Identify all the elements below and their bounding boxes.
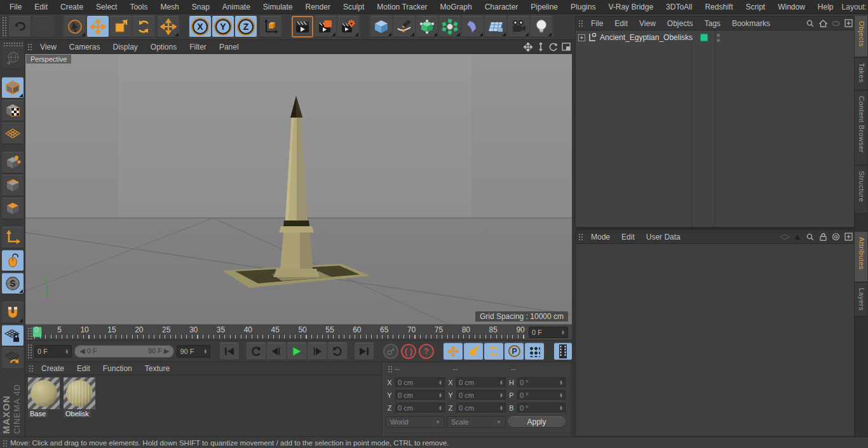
- om-add-panel-icon[interactable]: [843, 18, 854, 29]
- menu-3dtoall[interactable]: 3DToAll: [660, 1, 698, 13]
- record-parameter-button[interactable]: P: [505, 343, 524, 360]
- add-primitive-button[interactable]: [370, 16, 392, 37]
- position-z-field[interactable]: 0 cm▲▼: [395, 403, 445, 414]
- coordinates-menu-grip[interactable]: [387, 365, 393, 373]
- am-menu-mode[interactable]: Mode: [586, 231, 615, 243]
- menu-mograph[interactable]: MoGraph: [435, 1, 478, 13]
- om-menu-bookmarks[interactable]: Bookmarks: [727, 18, 775, 29]
- om-menu-view[interactable]: View: [634, 18, 661, 29]
- om-search-icon[interactable]: [804, 18, 816, 29]
- tab-takes[interactable]: Takes: [855, 58, 867, 91]
- range-end-arrow[interactable]: 90 F ▶: [148, 347, 170, 355]
- menu-redshift[interactable]: Redshift: [699, 1, 738, 13]
- vp-menu-display[interactable]: Display: [107, 41, 143, 53]
- am-menu-edit[interactable]: Edit: [616, 231, 640, 243]
- position-x-field[interactable]: 0 cm▲▼: [395, 377, 445, 388]
- lock-x-axis-button[interactable]: X: [189, 16, 211, 37]
- object-row[interactable]: + Ancient_Egyptian_Obelisks: [576, 31, 854, 44]
- menu-select[interactable]: Select: [90, 1, 123, 13]
- texture-mode-button[interactable]: [2, 100, 24, 121]
- last-used-tool-button[interactable]: [158, 16, 179, 37]
- tab-content-browser[interactable]: Content Browser: [855, 91, 867, 166]
- model-mode-button[interactable]: [2, 77, 24, 98]
- timeline-filmstrip-button[interactable]: [554, 343, 572, 360]
- transform-mode-select[interactable]: Scale▼: [447, 416, 506, 428]
- menu-vray-bridge[interactable]: V-Ray Bridge: [602, 1, 659, 13]
- lock-workplane-button[interactable]: [2, 325, 24, 346]
- scale-x-field[interactable]: 0 cm▲▼: [456, 377, 506, 388]
- mat-menu-texture[interactable]: Texture: [139, 363, 175, 374]
- render-to-picture-viewer-button[interactable]: [315, 16, 336, 37]
- am-menu-userdata[interactable]: User Data: [641, 231, 686, 243]
- goto-end-button[interactable]: [355, 343, 374, 360]
- add-spline-button[interactable]: [393, 16, 415, 37]
- lock-y-axis-button[interactable]: Y: [212, 16, 234, 37]
- mat-menu-create[interactable]: Create: [36, 363, 70, 374]
- scale-z-field[interactable]: 0 cm▲▼: [456, 403, 506, 414]
- viewport-dolly-icon[interactable]: [535, 42, 546, 52]
- range-start-arrow[interactable]: ◀ 0 F: [79, 347, 97, 355]
- om-menu-file[interactable]: File: [586, 18, 608, 29]
- material-menu-grip[interactable]: [28, 364, 34, 372]
- play-button[interactable]: [287, 343, 306, 360]
- record-rotation-button[interactable]: [484, 343, 503, 360]
- snap-settings-button[interactable]: S: [2, 273, 24, 294]
- om-menu-edit[interactable]: Edit: [609, 18, 633, 29]
- viewport-rotate-icon[interactable]: [548, 42, 559, 52]
- next-key-button[interactable]: [328, 343, 347, 360]
- tab-structure[interactable]: Structure: [855, 166, 867, 214]
- coordinate-system-select[interactable]: World▼: [386, 416, 445, 428]
- menu-tools[interactable]: Tools: [124, 1, 153, 13]
- menu-render[interactable]: Render: [300, 1, 336, 13]
- vp-menu-view[interactable]: View: [34, 41, 62, 53]
- am-lock-icon[interactable]: [817, 232, 829, 242]
- timeline-ruler[interactable]: 051015202530354045505560657075808590 0 F…: [25, 324, 572, 341]
- polygons-mode-button[interactable]: [2, 198, 24, 219]
- autokey-button[interactable]: ( ): [401, 344, 416, 359]
- add-mograph-button[interactable]: [439, 16, 461, 37]
- preview-range-slider[interactable]: ◀ 0 F 90 F ▶: [74, 345, 174, 358]
- null-object-icon[interactable]: [587, 32, 597, 43]
- add-environment-button[interactable]: [485, 16, 506, 37]
- add-camera-button[interactable]: [508, 16, 529, 37]
- rotate-tool-button[interactable]: [133, 16, 154, 37]
- menu-motion-tracker[interactable]: Motion Tracker: [371, 1, 433, 13]
- viewport-toggle-layout-icon[interactable]: [560, 42, 572, 52]
- menu-script[interactable]: Script: [740, 1, 771, 13]
- rotation-b-field[interactable]: 0 °▲▼: [517, 403, 566, 414]
- end-frame-field[interactable]: 90 F ▲▼: [177, 345, 210, 358]
- expand-icon[interactable]: +: [578, 34, 585, 41]
- menu-edit[interactable]: Edit: [29, 1, 53, 13]
- add-deformer-button[interactable]: [462, 16, 484, 37]
- toolbar-grip[interactable]: [1, 16, 8, 37]
- menu-pipeline[interactable]: Pipeline: [525, 1, 564, 13]
- mat-menu-function[interactable]: Function: [97, 363, 138, 374]
- apply-button[interactable]: Apply: [508, 416, 566, 428]
- om-menu-tags[interactable]: Tags: [700, 18, 726, 29]
- vp-menu-panel[interactable]: Panel: [214, 41, 245, 53]
- vp-menu-filter[interactable]: Filter: [184, 41, 212, 53]
- stepper-icon[interactable]: ▲▼: [65, 349, 69, 354]
- workplane-mode-button[interactable]: [2, 123, 24, 144]
- rotation-h-field[interactable]: 0 °▲▼: [517, 377, 566, 388]
- redo-button[interactable]: [32, 16, 54, 37]
- record-key-button[interactable]: [383, 344, 398, 359]
- menu-plugins[interactable]: Plugins: [565, 1, 601, 13]
- scale-tool-button[interactable]: [110, 16, 132, 37]
- add-light-button[interactable]: [531, 16, 552, 37]
- om-eye-icon[interactable]: [830, 18, 841, 29]
- lock-z-axis-button[interactable]: Z: [235, 16, 257, 37]
- vp-menu-options[interactable]: Options: [145, 41, 182, 53]
- visibility-dots[interactable]: [717, 34, 720, 42]
- menu-animate[interactable]: Animate: [217, 1, 256, 13]
- object-name[interactable]: Ancient_Egyptian_Obelisks: [600, 33, 693, 42]
- coordinate-system-button[interactable]: [260, 16, 281, 37]
- timeline-frame-field[interactable]: 0 F ▲▼: [529, 327, 568, 338]
- goto-start-button[interactable]: [220, 343, 239, 360]
- mode-toolbar-grip[interactable]: [3, 41, 23, 46]
- material-tag-chip[interactable]: [700, 34, 708, 41]
- viewport-solo-button[interactable]: [2, 250, 24, 271]
- snap-magnet-button[interactable]: [2, 302, 24, 323]
- tab-layers[interactable]: Layers: [855, 283, 867, 317]
- undo-button[interactable]: [9, 16, 31, 37]
